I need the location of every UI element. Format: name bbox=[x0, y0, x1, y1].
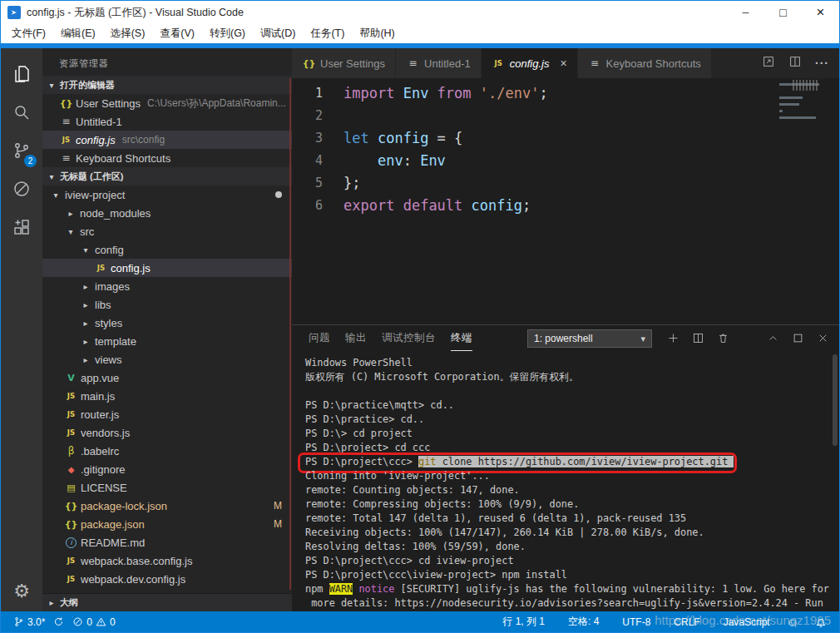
file-label: router.js bbox=[81, 408, 119, 421]
tab-label: config.js bbox=[510, 57, 550, 70]
minimap-slider[interactable] bbox=[793, 80, 818, 91]
status-item[interactable]: CRLF bbox=[670, 615, 704, 629]
feedback-smiley-icon[interactable] bbox=[783, 616, 803, 629]
file-type-icon bbox=[64, 428, 78, 437]
status-item[interactable]: UTF-8 bbox=[618, 615, 655, 629]
tree-item[interactable]: vendors.js bbox=[42, 423, 292, 442]
terminal[interactable]: Windows PowerShell版权所有 (C) Microsoft Cor… bbox=[292, 351, 839, 611]
code-line[interactable]: 3let config = { bbox=[292, 127, 839, 150]
editor-tab[interactable]: Keyboard Shortcuts bbox=[578, 48, 712, 78]
sync-button[interactable] bbox=[49, 616, 68, 627]
close-tab-icon[interactable] bbox=[560, 57, 566, 70]
tree-item[interactable]: iview-project bbox=[42, 185, 292, 204]
menu-item[interactable]: 文件(F) bbox=[4, 24, 53, 43]
close-window-button[interactable] bbox=[802, 1, 839, 24]
source-control-icon[interactable]: 2 bbox=[1, 131, 42, 170]
tree-item[interactable]: node_modules bbox=[42, 204, 292, 222]
tree-item[interactable]: LICENSE bbox=[42, 478, 292, 497]
outline-header[interactable]: 大纲 bbox=[42, 593, 292, 611]
kill-terminal-icon[interactable] bbox=[717, 332, 729, 344]
tree-item[interactable]: libs bbox=[42, 295, 292, 314]
editor-tab[interactable]: config.js bbox=[482, 48, 578, 78]
editor-tab[interactable]: Untitled-1 bbox=[396, 48, 482, 78]
more-actions-icon[interactable] bbox=[815, 56, 829, 71]
code-line[interactable]: 1import Env from './env'; bbox=[292, 82, 839, 105]
git-branch-indicator[interactable]: 3.0* bbox=[9, 616, 49, 628]
search-icon[interactable] bbox=[1, 93, 42, 131]
text-segment bbox=[472, 85, 480, 101]
tree-item[interactable]: config.js bbox=[42, 259, 292, 277]
code-editor[interactable]: 1import Env from './env';23let config = … bbox=[292, 78, 839, 324]
panel-tab[interactable]: 终端 bbox=[451, 325, 472, 351]
notifications-bell-icon[interactable] bbox=[811, 616, 831, 628]
menu-item[interactable]: 选择(S) bbox=[103, 24, 153, 43]
new-terminal-icon[interactable] bbox=[667, 332, 679, 344]
tree-item[interactable]: images bbox=[42, 277, 292, 295]
menu-item[interactable]: 编辑(E) bbox=[53, 24, 103, 43]
text-segment: from bbox=[437, 85, 472, 101]
split-terminal-icon[interactable] bbox=[692, 332, 704, 344]
tree-item[interactable]: styles bbox=[42, 314, 292, 332]
debug-icon[interactable] bbox=[1, 170, 42, 208]
file-type-icon bbox=[588, 57, 602, 69]
open-editors-list: User Settings C:\Users\孙\AppData\Roamin.… bbox=[42, 94, 292, 167]
warning-icon bbox=[96, 616, 106, 627]
open-editor-item[interactable]: Keyboard Shortcuts bbox=[42, 149, 292, 167]
menu-item[interactable]: 任务(T) bbox=[303, 24, 352, 43]
text-segment: remote: Compressing objects: 100% (9/9),… bbox=[305, 498, 579, 510]
tree-item[interactable]: README.md bbox=[42, 533, 292, 551]
panel-tab[interactable]: 输出 bbox=[345, 325, 367, 351]
tree-item[interactable]: src bbox=[42, 222, 292, 240]
panel-tab[interactable]: 调试控制台 bbox=[382, 325, 436, 351]
menu-item[interactable]: 调试(D) bbox=[253, 24, 303, 43]
open-editor-item[interactable]: User Settings C:\Users\孙\AppData\Roamin.… bbox=[42, 94, 292, 112]
split-editor-icon[interactable] bbox=[788, 55, 802, 72]
menu-item[interactable]: 转到(G) bbox=[202, 24, 253, 43]
text-segment: 版权所有 (C) Microsoft Corporation。保留所有权利。 bbox=[305, 371, 579, 383]
tree-item[interactable]: .gitignore bbox=[42, 460, 292, 478]
problems-indicator[interactable]: 0 0 bbox=[68, 616, 119, 628]
tree-item[interactable]: package-lock.json M bbox=[42, 497, 292, 515]
tree-item[interactable]: router.js bbox=[42, 405, 292, 423]
tree-item[interactable]: .babelrc bbox=[42, 442, 292, 460]
open-changes-icon[interactable] bbox=[762, 55, 775, 72]
tree-item[interactable]: package.json M bbox=[42, 515, 292, 533]
tree-item[interactable]: webpack.dev.config.js bbox=[42, 570, 292, 588]
terminal-select[interactable]: 1: powershell bbox=[527, 329, 652, 348]
open-editor-item[interactable]: Untitled-1 bbox=[42, 112, 292, 131]
chevron-up-icon[interactable] bbox=[767, 332, 779, 344]
close-panel-icon[interactable] bbox=[817, 332, 829, 344]
file-type-icon bbox=[64, 537, 78, 548]
panel-tab[interactable]: 问题 bbox=[309, 325, 330, 351]
file-type-icon bbox=[59, 98, 73, 109]
open-editors-header[interactable]: 打开的编辑器 bbox=[42, 76, 292, 94]
code-line[interactable]: 2 bbox=[292, 105, 839, 127]
menu-item[interactable]: 查看(V) bbox=[152, 24, 202, 43]
menu-item[interactable]: 帮助(H) bbox=[352, 24, 402, 43]
status-item[interactable]: 行 1, 列 1 bbox=[498, 615, 549, 629]
tree-item[interactable]: config bbox=[42, 240, 292, 259]
maximize-panel-icon[interactable] bbox=[792, 332, 804, 344]
tree-item[interactable]: template bbox=[42, 332, 292, 350]
tree-item[interactable]: views bbox=[42, 350, 292, 368]
status-item[interactable]: JavaScript bbox=[719, 615, 774, 629]
chevron-icon bbox=[79, 282, 92, 291]
settings-gear-icon[interactable] bbox=[1, 573, 42, 610]
minimize-button[interactable] bbox=[727, 1, 764, 24]
code-line[interactable]: 6export default config; bbox=[292, 195, 839, 217]
open-editor-item[interactable]: config.js src\config bbox=[42, 131, 292, 149]
maximize-button[interactable] bbox=[764, 1, 802, 24]
extensions-icon[interactable] bbox=[1, 208, 42, 246]
editor-tab[interactable]: User Settings bbox=[292, 48, 396, 78]
text-segment: PS D:\practice\mqtt> cd.. bbox=[305, 399, 454, 411]
tree-item[interactable]: webpack.base.config.js bbox=[42, 551, 292, 570]
explorer-icon[interactable] bbox=[1, 55, 42, 93]
status-item[interactable]: 空格: 4 bbox=[564, 615, 603, 629]
dropdown-arrow-icon bbox=[640, 333, 645, 344]
terminal-scrollbar[interactable] bbox=[833, 354, 838, 446]
workspace-header[interactable]: 无标题 (工作区) bbox=[42, 167, 292, 185]
code-line[interactable]: 4 env: Env bbox=[292, 150, 839, 172]
tree-item[interactable]: app.vue bbox=[42, 368, 292, 387]
code-line[interactable]: 5}; bbox=[292, 172, 839, 195]
tree-item[interactable]: main.js bbox=[42, 387, 292, 405]
